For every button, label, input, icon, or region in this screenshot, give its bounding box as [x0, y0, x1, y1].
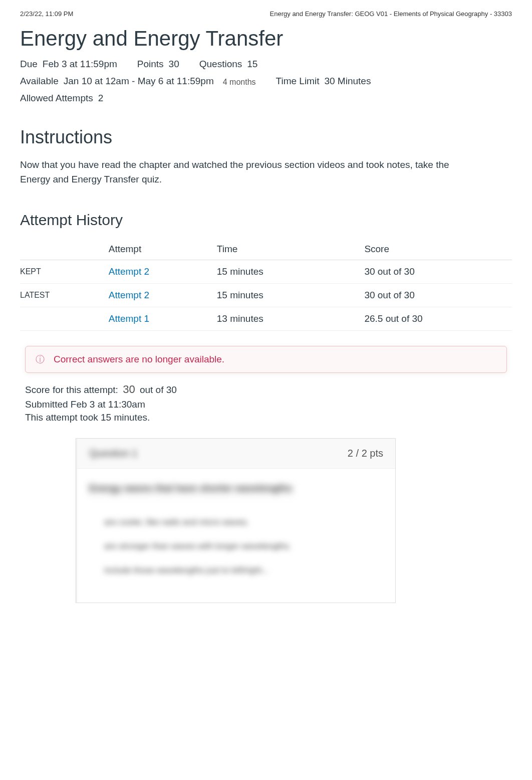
- answer-option: are cooler, like radio and micro waves.: [99, 510, 383, 534]
- row-tag: KEPT: [20, 260, 109, 284]
- print-timestamp: 2/23/22, 11:09 PM: [20, 10, 73, 18]
- allowed-attempts-group: Allowed Attempts 2: [20, 93, 103, 104]
- points-group: Points 30: [137, 59, 179, 70]
- questions-group: Questions 15: [199, 59, 258, 70]
- allowed-attempts-label: Allowed Attempts: [20, 93, 93, 104]
- attempt-score: 30 out of 30: [364, 260, 512, 284]
- col-tag: [20, 239, 109, 260]
- question-points: 2 / 2 pts: [348, 448, 383, 459]
- table-row: LATEST Attempt 2 15 minutes 30 out of 30: [20, 284, 512, 307]
- attempt-link[interactable]: Attempt 2: [109, 290, 149, 300]
- print-header: 2/23/22, 11:09 PM Energy and Energy Tran…: [20, 0, 512, 22]
- attempt-history-heading: Attempt History: [20, 212, 512, 229]
- question-header: Question 1 2 / 2 pts: [77, 439, 395, 469]
- attempt-link[interactable]: Attempt 1: [109, 313, 149, 324]
- time-limit-group: Time Limit 30 Minutes: [276, 76, 371, 87]
- question-label: Question 1: [89, 448, 138, 459]
- questions-value: 15: [247, 59, 257, 70]
- time-limit-value: 30 Minutes: [324, 76, 371, 87]
- score-for-attempt: Score for this attempt: 30 out of 30: [25, 383, 507, 396]
- row-tag: [20, 307, 109, 331]
- attempt-history-table: Attempt Time Score KEPT Attempt 2 15 min…: [20, 239, 512, 331]
- instructions-body: Now that you have read the chapter and w…: [20, 158, 471, 186]
- attempt-score: 30 out of 30: [364, 284, 512, 307]
- due-group: Due Feb 3 at 11:59pm: [20, 59, 117, 70]
- attempt-score: 26.5 out of 30: [364, 307, 512, 331]
- row-tag: LATEST: [20, 284, 109, 307]
- points-label: Points: [137, 59, 164, 70]
- page-title: Energy and Energy Transfer: [20, 27, 512, 51]
- time-limit-label: Time Limit: [276, 76, 320, 87]
- correct-answers-alert: ⓘ Correct answers are no longer availabl…: [25, 346, 507, 373]
- score-prefix: Score for this attempt:: [25, 384, 118, 395]
- available-duration: 4 months: [223, 78, 256, 87]
- print-title: Energy and Energy Transfer: GEOG V01 - E…: [270, 10, 512, 18]
- duration-line: This attempt took 15 minutes.: [25, 412, 507, 423]
- available-label: Available: [20, 76, 59, 87]
- quiz-meta-row-1: Due Feb 3 at 11:59pm Points 30 Questions…: [20, 56, 512, 73]
- col-attempt: Attempt: [109, 239, 217, 260]
- attempt-link[interactable]: Attempt 2: [109, 266, 149, 277]
- question-prompt: Energy waves that have shorter wavelengt…: [89, 483, 293, 495]
- score-suffix: out of 30: [140, 384, 177, 395]
- answer-option: include those wavelengths just to left/r…: [99, 558, 383, 582]
- quiz-meta-row-2: Available Jan 10 at 12am - May 6 at 11:5…: [20, 73, 512, 90]
- score-value: 30: [123, 383, 135, 396]
- info-icon: ⓘ: [36, 353, 45, 365]
- alert-text: Correct answers are no longer available.: [54, 354, 224, 365]
- points-value: 30: [169, 59, 179, 70]
- instructions-heading: Instructions: [20, 127, 512, 148]
- table-row: KEPT Attempt 2 15 minutes 30 out of 30: [20, 260, 512, 284]
- questions-label: Questions: [199, 59, 242, 70]
- question-body: Energy waves that have shorter wavelengt…: [77, 469, 395, 603]
- attempt-time: 13 minutes: [217, 307, 365, 331]
- table-row: Attempt 1 13 minutes 26.5 out of 30: [20, 307, 512, 331]
- due-value: Feb 3 at 11:59pm: [43, 59, 117, 70]
- answer-option: are stronger than waves with longer wave…: [99, 534, 383, 558]
- allowed-attempts-value: 2: [98, 93, 104, 104]
- col-score: Score: [364, 239, 512, 260]
- due-label: Due: [20, 59, 38, 70]
- available-group: Available Jan 10 at 12am - May 6 at 11:5…: [20, 76, 214, 87]
- col-time: Time: [217, 239, 365, 260]
- attempt-time: 15 minutes: [217, 260, 365, 284]
- attempt-time: 15 minutes: [217, 284, 365, 307]
- submitted-line: Submitted Feb 3 at 11:30am: [25, 399, 507, 410]
- quiz-meta-row-3: Allowed Attempts 2: [20, 90, 512, 107]
- available-value: Jan 10 at 12am - May 6 at 11:59pm: [64, 76, 214, 87]
- question-card: Question 1 2 / 2 pts Energy waves that h…: [75, 438, 396, 603]
